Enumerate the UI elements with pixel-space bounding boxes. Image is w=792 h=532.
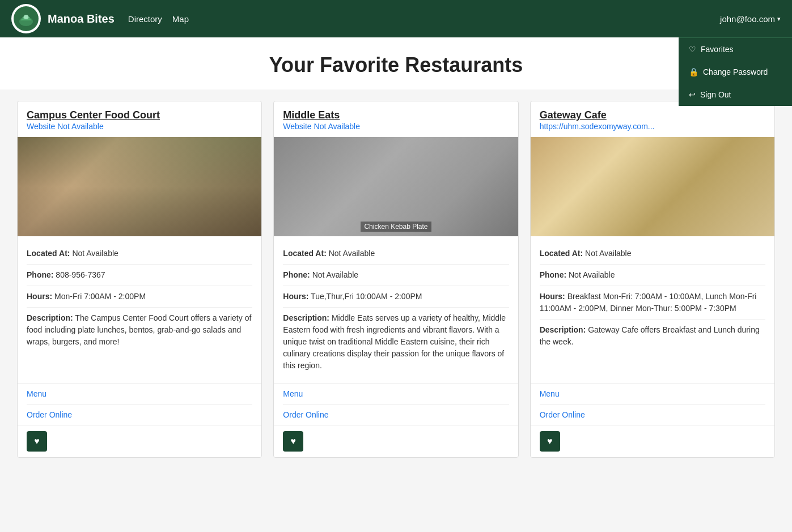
hours-label: Hours: bbox=[27, 292, 52, 301]
menu-link[interactable]: Menu bbox=[283, 384, 509, 405]
menu-link[interactable]: Menu bbox=[540, 384, 765, 405]
card-header: Campus Center Food Court Website Not Ava… bbox=[18, 101, 261, 137]
hours-label: Hours: bbox=[283, 292, 308, 301]
restaurant-image bbox=[18, 137, 261, 236]
hours-value: Tue,Thur,Fri 10:00AM - 2:00PM bbox=[311, 292, 422, 301]
order-online-link[interactable]: Order Online bbox=[540, 405, 765, 425]
nav-map[interactable]: Map bbox=[172, 14, 189, 24]
heart-icon: ♡ bbox=[689, 45, 696, 54]
phone-label: Phone: bbox=[27, 270, 53, 279]
card-body: Located At: Not Available Phone: 808-956… bbox=[18, 236, 261, 383]
signout-icon: ↩ bbox=[689, 90, 696, 99]
card-header: Middle Eats Website Not Available bbox=[274, 101, 518, 137]
location-field: Located At: Not Available bbox=[27, 243, 252, 265]
card-links: Menu Order Online bbox=[274, 383, 518, 425]
restaurant-image bbox=[531, 137, 774, 236]
chevron-down-icon: ▾ bbox=[777, 15, 781, 23]
restaurant-card-middle-eats: Middle Eats Website Not Available Chicke… bbox=[273, 101, 518, 458]
restaurant-name[interactable]: Middle Eats bbox=[283, 109, 509, 121]
location-label: Located At: bbox=[540, 249, 583, 258]
dropdown-sign-out[interactable]: ↩ Sign Out bbox=[679, 83, 792, 106]
location-field: Located At: Not Available bbox=[540, 243, 765, 265]
card-links: Menu Order Online bbox=[531, 383, 774, 425]
description-field: Description: The Campus Center Food Cour… bbox=[27, 308, 252, 352]
location-value: Not Available bbox=[329, 249, 375, 258]
phone-label: Phone: bbox=[283, 270, 310, 279]
card-header: Gateway Cafe https://uhm.sodexomyway.com… bbox=[531, 101, 774, 137]
card-links: Menu Order Online bbox=[18, 383, 261, 425]
favorite-button[interactable]: ♥ bbox=[540, 431, 560, 452]
favorite-button[interactable]: ♥ bbox=[283, 431, 303, 452]
description-label: Description: bbox=[540, 325, 586, 334]
description-field: Description: Middle Eats serves up a var… bbox=[283, 308, 509, 376]
navbar-brand: Manoa Bites bbox=[48, 12, 115, 25]
phone-value: Not Available bbox=[312, 270, 358, 279]
location-field: Located At: Not Available bbox=[283, 243, 509, 265]
description-label: Description: bbox=[283, 313, 329, 322]
restaurant-website[interactable]: Website Not Available bbox=[283, 122, 360, 131]
nav-directory[interactable]: Directory bbox=[128, 14, 162, 24]
svg-point-2 bbox=[24, 15, 28, 19]
restaurant-name[interactable]: Gateway Cafe bbox=[540, 109, 765, 121]
restaurant-image: Chicken Kebab Plate bbox=[274, 137, 518, 236]
menu-link[interactable]: Menu bbox=[27, 384, 252, 405]
user-dropdown-menu: ♡ Favorites 🔒 Change Password ↩ Sign Out bbox=[679, 37, 792, 106]
card-body: Located At: Not Available Phone: Not Ava… bbox=[531, 236, 774, 383]
hours-value: Mon-Fri 7:00AM - 2:00PM bbox=[54, 292, 146, 301]
phone-field: Phone: Not Available bbox=[283, 265, 509, 286]
page-title-section: Your Favorite Restaurants bbox=[0, 37, 792, 90]
dropdown-change-password[interactable]: 🔒 Change Password bbox=[679, 61, 792, 83]
hours-value: Breakfast Mon-Fri: 7:00AM - 10:00AM, Lun… bbox=[540, 292, 757, 313]
description-field: Description: Gateway Cafe offers Breakfa… bbox=[540, 320, 765, 352]
restaurant-website[interactable]: Website Not Available bbox=[27, 122, 104, 131]
navbar-logo bbox=[11, 4, 41, 33]
image-caption: Chicken Kebab Plate bbox=[361, 222, 431, 232]
restaurants-grid: Campus Center Food Court Website Not Ava… bbox=[0, 90, 792, 469]
navbar: Manoa Bites Directory Map john@foo.com ▾… bbox=[0, 0, 792, 37]
phone-label: Phone: bbox=[540, 270, 566, 279]
hours-label: Hours: bbox=[540, 292, 565, 301]
location-value: Not Available bbox=[585, 249, 631, 258]
phone-field: Phone: 808-956-7367 bbox=[27, 265, 252, 286]
order-online-link[interactable]: Order Online bbox=[27, 405, 252, 425]
restaurant-card-campus-center: Campus Center Food Court Website Not Ava… bbox=[17, 101, 262, 458]
phone-value: 808-956-7367 bbox=[56, 270, 105, 279]
card-body: Located At: Not Available Phone: Not Ava… bbox=[274, 236, 518, 383]
hours-field: Hours: Tue,Thur,Fri 10:00AM - 2:00PM bbox=[283, 286, 509, 308]
phone-field: Phone: Not Available bbox=[540, 265, 765, 286]
location-label: Located At: bbox=[283, 249, 326, 258]
description-label: Description: bbox=[27, 313, 73, 322]
restaurant-name[interactable]: Campus Center Food Court bbox=[27, 109, 252, 121]
location-value: Not Available bbox=[72, 249, 118, 258]
user-menu-trigger[interactable]: john@foo.com ▾ bbox=[720, 14, 781, 24]
phone-value: Not Available bbox=[569, 270, 615, 279]
navbar-links: Directory Map bbox=[128, 14, 189, 24]
hours-field: Hours: Breakfast Mon-Fri: 7:00AM - 10:00… bbox=[540, 286, 765, 320]
location-label: Located At: bbox=[27, 249, 70, 258]
hours-field: Hours: Mon-Fri 7:00AM - 2:00PM bbox=[27, 286, 252, 308]
favorite-button[interactable]: ♥ bbox=[27, 431, 47, 452]
page-title: Your Favorite Restaurants bbox=[0, 53, 792, 77]
restaurant-website[interactable]: https://uhm.sodexomyway.com... bbox=[540, 122, 655, 131]
card-footer: ♥ bbox=[531, 425, 774, 457]
order-online-link[interactable]: Order Online bbox=[283, 405, 509, 425]
card-footer: ♥ bbox=[274, 425, 518, 457]
lock-icon: 🔒 bbox=[689, 67, 698, 76]
dropdown-favorites[interactable]: ♡ Favorites bbox=[679, 38, 792, 61]
restaurant-card-gateway-cafe: Gateway Cafe https://uhm.sodexomyway.com… bbox=[530, 101, 775, 458]
card-footer: ♥ bbox=[18, 425, 261, 457]
